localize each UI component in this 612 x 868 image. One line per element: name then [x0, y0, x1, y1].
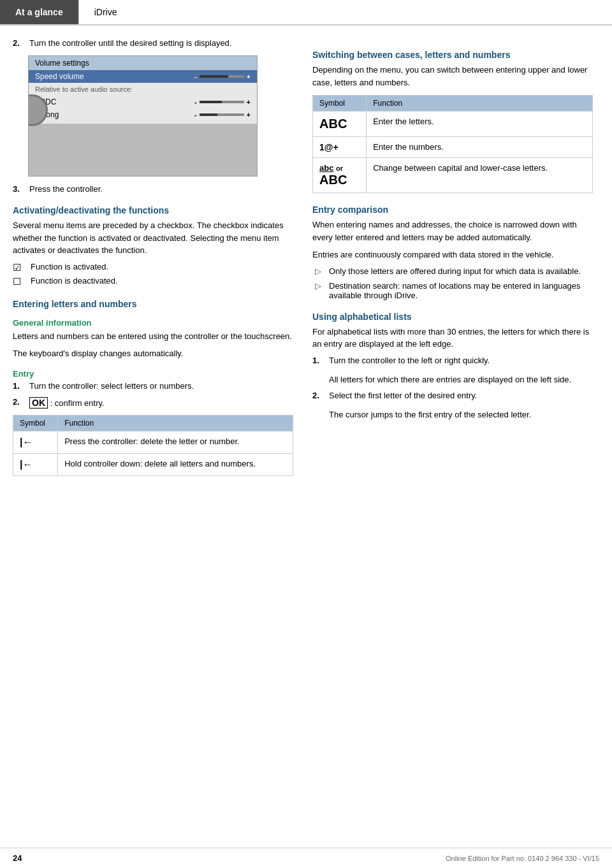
entry-step-2: 2. OK : confirm entry.: [13, 397, 293, 409]
alpha-step-1-text: Turn the controller to the left or right…: [329, 356, 490, 365]
sub-entry: Entry: [13, 369, 293, 379]
entry-comparison-body2: Entries are continuously compared with d…: [312, 249, 593, 261]
symbol-backspace1: |←: [13, 431, 58, 454]
bullet-arrow-icon-2: ▷: [315, 281, 324, 300]
table-row: 1@+ Enter the numbers.: [313, 137, 593, 158]
screen-row-pdc: PDC - +: [29, 96, 257, 108]
step-3-num: 3.: [13, 184, 24, 194]
section-switching-heading: Switching between cases, letters and num…: [312, 50, 593, 60]
checkbox-deactivated: ☐ Function is deactivated.: [13, 276, 293, 287]
screen-row-gong: Gong - +: [29, 108, 257, 121]
screen-bottom-area: [29, 124, 257, 176]
entry-step-2-content: OK : confirm entry.: [29, 397, 105, 409]
table-row: |← Hold controller down: delete all lett…: [13, 454, 293, 476]
func-backspace1: Press the controller: delete the letter …: [58, 431, 293, 454]
main-content: 2. Turn the controller until the desired…: [0, 25, 612, 514]
sub-general-info: General information: [13, 318, 293, 328]
symbol-abc-upper: ABC: [313, 112, 367, 137]
entry-step-1: 1. Turn the controller: select letters o…: [13, 381, 293, 391]
alpha-step-1-sub: All letters for which there are entries …: [329, 375, 571, 384]
bullet-1-text: Only those letters are offered during in…: [329, 266, 581, 276]
footer-text: Online Edition for Part no. 0140 2 964 3…: [446, 855, 599, 862]
alpha-step-2-sub: The cursor jumps to the first entry of t…: [329, 410, 531, 419]
section-switching-body: Depending on the menu, you can switch be…: [312, 64, 593, 89]
bullet-arrow-icon-1: ▷: [315, 266, 324, 276]
right-table-col-function: Function: [367, 96, 593, 112]
symbol-backspace2: |←: [13, 454, 58, 476]
func-numbers: Enter the numbers.: [367, 137, 593, 158]
screen-image: Volume settings Speed volume - + Relativ…: [28, 55, 258, 177]
alpha-step-2-text: Select the first letter of the desired e…: [329, 391, 477, 400]
screen-inner: Volume settings Speed volume - + Relativ…: [29, 56, 257, 176]
alpha-step-1: 1. Turn the controller to the left or ri…: [312, 356, 593, 384]
section-alpha-lists-heading: Using alphabetical lists: [312, 312, 593, 322]
entry-symbol-table: Symbol Function |← Press the controller:…: [13, 415, 293, 476]
alpha-lists-body: For alphabetical lists with more than 30…: [312, 326, 593, 351]
header-tabs: At a glance iDrive: [0, 0, 612, 25]
checkbox-activated: ☑ Function is activated.: [13, 262, 293, 273]
alpha-step-1-num: 1.: [312, 356, 324, 384]
table-row: |← Press the controller: delete the lett…: [13, 431, 293, 454]
step-2-num: 2.: [13, 38, 24, 48]
entry-step-1-num: 1.: [13, 381, 24, 391]
general-text1: Letters and numbers can be entered using…: [13, 330, 293, 343]
alpha-step-2-num: 2.: [312, 391, 324, 419]
bullet-2-text: Destination search: names of locations m…: [329, 281, 593, 300]
entry-comparison-body1: When entering names and addresses, the c…: [312, 219, 593, 243]
step-3: 3. Press the controller.: [13, 184, 293, 194]
step-3-text: Press the controller.: [29, 184, 103, 194]
general-text2: The keyboard's display changes automatic…: [13, 347, 293, 360]
section-entry-comparison-heading: Entry comparison: [312, 205, 593, 215]
right-column: Switching between cases, letters and num…: [312, 38, 593, 482]
checkbox-checked-icon: ☑: [13, 262, 26, 273]
table-col-function: Function: [58, 416, 293, 431]
ok-symbol: OK: [29, 397, 48, 409]
func-backspace2: Hold controller down: delete all letters…: [58, 454, 293, 476]
func-case-toggle: Change between capital and lower-case le…: [367, 158, 593, 193]
bullet-1: ▷ Only those letters are offered during …: [312, 266, 593, 276]
bullet-2: ▷ Destination search: names of locations…: [312, 281, 593, 300]
tab-idrive[interactable]: iDrive: [78, 0, 133, 24]
screen-title: Volume settings: [29, 56, 257, 70]
left-column: 2. Turn the controller until the desired…: [13, 38, 293, 482]
screen-sub-label: Relative to active audio source:: [29, 83, 257, 96]
step-2-text: Turn the controller until the desired se…: [29, 38, 231, 48]
func-letters: Enter the letters.: [367, 112, 593, 137]
checkbox-deactivated-label: Function is deactivated.: [31, 276, 118, 286]
symbol-numbers: 1@+: [313, 137, 367, 158]
table-row: ABC Enter the letters.: [313, 112, 593, 137]
table-col-symbol: Symbol: [13, 416, 58, 431]
section-activating-body: Several menu items are preceded by a che…: [13, 219, 293, 257]
entry-step-1-text: Turn the controller: select letters or n…: [29, 381, 194, 391]
right-table-col-symbol: Symbol: [313, 96, 367, 112]
table-row: abc or ABC Change between capital and lo…: [313, 158, 593, 193]
slider-speed: - +: [194, 73, 251, 80]
footer: 24 Online Edition for Part no. 0140 2 96…: [0, 848, 612, 868]
checkbox-activated-label: Function is activated.: [31, 262, 108, 271]
step-2: 2. Turn the controller until the desired…: [13, 38, 293, 48]
tab-at-a-glance[interactable]: At a glance: [0, 0, 78, 24]
screen-row-speed: Speed volume - +: [29, 70, 257, 83]
section-entering-heading: Entering letters and numbers: [13, 299, 293, 309]
checkbox-unchecked-icon: ☐: [13, 276, 26, 287]
alpha-step-2: 2. Select the first letter of the desire…: [312, 391, 593, 419]
section-activating-heading: Activating/deactivating the functions: [13, 205, 293, 215]
entry-step-2-num: 2.: [13, 397, 24, 409]
page-number: 24: [13, 853, 22, 863]
entry-step-2-text: : confirm entry.: [50, 398, 105, 408]
symbol-case-toggle: abc or ABC: [313, 158, 367, 193]
switching-table: Symbol Function ABC Enter the letters. 1…: [312, 95, 593, 193]
